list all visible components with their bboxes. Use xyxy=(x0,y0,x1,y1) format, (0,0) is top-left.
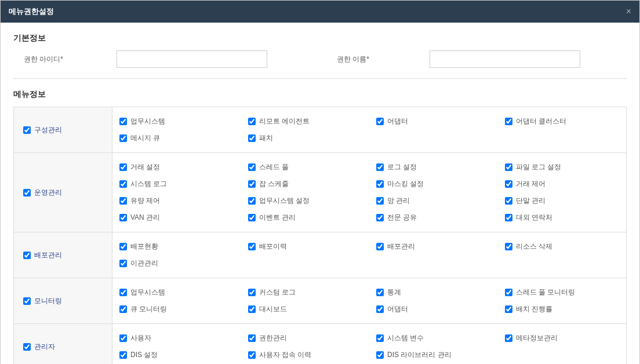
item-label: 유량 제어 xyxy=(130,196,160,206)
permission-name-group: 권한 이름* xyxy=(331,50,627,68)
item-checkbox[interactable] xyxy=(376,243,384,250)
menu-item: 통계 xyxy=(369,284,498,301)
menu-item: 배포이력 xyxy=(241,238,370,255)
item-checkbox[interactable] xyxy=(119,334,127,342)
permission-name-input[interactable] xyxy=(430,50,580,68)
permission-id-input[interactable] xyxy=(117,50,267,68)
item-checkbox[interactable] xyxy=(376,163,384,171)
menu-items-grid: 사용자권한관리시스템 변수메타정보관리DIS 설정사용자 접속 이력DIS 라이… xyxy=(112,330,626,363)
item-checkbox[interactable] xyxy=(248,243,256,250)
menu-item: 사용자 xyxy=(112,330,241,347)
modal-header: 메뉴권한설정 × xyxy=(1,1,639,23)
menu-item: 권한관리 xyxy=(241,330,370,347)
menu-row: 관리자사용자권한관리시스템 변수메타정보관리DIS 설정사용자 접속 이력DIS… xyxy=(14,324,626,364)
menu-item: 리모트 에이전트 xyxy=(241,113,370,130)
item-label: 로그 설정 xyxy=(387,162,417,172)
menu-items-cell: 업무시스템리모트 에이전트어댑터어댑터 클러스터메시지 큐패치 xyxy=(112,107,626,152)
item-checkbox[interactable] xyxy=(376,180,384,188)
group-label: 모니터링 xyxy=(34,296,62,306)
item-checkbox[interactable] xyxy=(505,243,512,250)
menu-item: 배포현황 xyxy=(112,238,241,255)
menu-group-cell: 배포관리 xyxy=(14,232,112,278)
menu-item: 업무시스템 설정 xyxy=(241,192,370,209)
item-checkbox[interactable] xyxy=(119,351,127,359)
item-checkbox[interactable] xyxy=(119,243,127,250)
item-checkbox[interactable] xyxy=(119,289,127,296)
menu-item: 시스템 변수 xyxy=(369,330,498,347)
item-checkbox[interactable] xyxy=(505,214,512,221)
item-checkbox[interactable] xyxy=(119,305,127,313)
item-label: VAN 관리 xyxy=(130,213,160,223)
item-checkbox[interactable] xyxy=(248,305,256,313)
item-label: 시스템 로그 xyxy=(130,179,167,189)
item-label: 업무시스템 xyxy=(130,287,165,297)
group-label: 관리자 xyxy=(34,342,55,352)
item-checkbox[interactable] xyxy=(119,197,127,205)
item-label: 시스템 변수 xyxy=(387,333,424,343)
basic-info-row: 권한 아이디* 권한 이름* xyxy=(13,50,627,68)
item-checkbox[interactable] xyxy=(376,305,384,313)
menu-item: 사용자 접속 이력 xyxy=(241,347,370,363)
item-checkbox[interactable] xyxy=(119,134,127,142)
menu-item: 큐 모니터링 xyxy=(112,301,241,318)
item-checkbox[interactable] xyxy=(376,214,384,221)
item-checkbox[interactable] xyxy=(119,260,127,267)
menu-row: 배포관리배포현황배포이력배포관리리소스 삭제이관관리 xyxy=(14,232,626,278)
menu-item: 전문 공유 xyxy=(369,209,498,226)
menu-row: 구성관리업무시스템리모트 에이전트어댑터어댑터 클러스터메시지 큐패치 xyxy=(14,107,626,153)
group-checkbox[interactable] xyxy=(23,297,31,305)
item-checkbox[interactable] xyxy=(248,118,256,125)
item-checkbox[interactable] xyxy=(248,334,256,342)
item-label: 이관관리 xyxy=(130,259,158,268)
item-checkbox[interactable] xyxy=(248,351,256,359)
item-checkbox[interactable] xyxy=(505,334,512,342)
group-label: 구성관리 xyxy=(34,125,62,135)
item-checkbox[interactable] xyxy=(376,197,384,205)
basic-info-section: 기본정보 권한 아이디* 권한 이름* xyxy=(13,33,627,79)
menu-item: VAN 관리 xyxy=(112,209,241,226)
item-label: 대외 연락처 xyxy=(516,213,552,223)
menu-items-cell: 업무시스템커스텀 로그통계스레드 풀 모니터링큐 모니터링대시보드어댑터배치 진… xyxy=(112,278,626,323)
item-checkbox[interactable] xyxy=(505,163,512,171)
item-checkbox[interactable] xyxy=(119,214,127,221)
permission-name-label: 권한 이름* xyxy=(331,54,430,64)
item-checkbox[interactable] xyxy=(505,197,512,205)
item-checkbox[interactable] xyxy=(248,163,256,171)
menu-item: 로그 설정 xyxy=(369,159,498,176)
item-label: 커스텀 로그 xyxy=(259,287,296,297)
item-label: 잡 스케줄 xyxy=(259,179,289,189)
item-checkbox[interactable] xyxy=(248,214,256,221)
item-checkbox[interactable] xyxy=(376,289,384,296)
item-checkbox[interactable] xyxy=(119,118,127,125)
item-checkbox[interactable] xyxy=(248,289,256,296)
item-label: 업무시스템 설정 xyxy=(259,196,310,206)
item-label: 배포이력 xyxy=(259,242,287,252)
group-checkbox[interactable] xyxy=(23,126,31,134)
item-checkbox[interactable] xyxy=(376,334,384,342)
item-checkbox[interactable] xyxy=(505,305,512,313)
menu-info-title: 메뉴정보 xyxy=(13,89,627,100)
item-checkbox[interactable] xyxy=(505,118,512,125)
item-checkbox[interactable] xyxy=(248,134,256,142)
item-label: 전문 공유 xyxy=(387,213,417,223)
group-checkbox[interactable] xyxy=(23,343,31,351)
item-checkbox[interactable] xyxy=(505,289,512,296)
item-checkbox[interactable] xyxy=(119,163,127,171)
close-icon[interactable]: × xyxy=(626,6,631,17)
item-checkbox[interactable] xyxy=(119,180,127,188)
item-label: 권한관리 xyxy=(259,333,287,343)
group-checkbox[interactable] xyxy=(23,252,31,259)
item-label: DIS 라이브러리 관리 xyxy=(387,350,452,360)
item-checkbox[interactable] xyxy=(248,197,256,205)
group-checkbox[interactable] xyxy=(23,189,31,196)
item-label: 대시보드 xyxy=(259,304,287,314)
menu-item: 메시지 큐 xyxy=(112,130,241,147)
modal-dialog: 메뉴권한설정 × 기본정보 권한 아이디* 권한 이름* 메뉴정보 구성관리업무… xyxy=(0,0,640,364)
item-checkbox[interactable] xyxy=(376,118,384,125)
item-label: 리소스 삭제 xyxy=(516,242,552,252)
item-checkbox[interactable] xyxy=(248,180,256,188)
item-label: 마스킹 설정 xyxy=(387,179,424,189)
item-checkbox[interactable] xyxy=(505,180,512,188)
item-checkbox[interactable] xyxy=(376,351,384,359)
menu-items-grid: 배포현황배포이력배포관리리소스 삭제이관관리 xyxy=(112,238,626,272)
